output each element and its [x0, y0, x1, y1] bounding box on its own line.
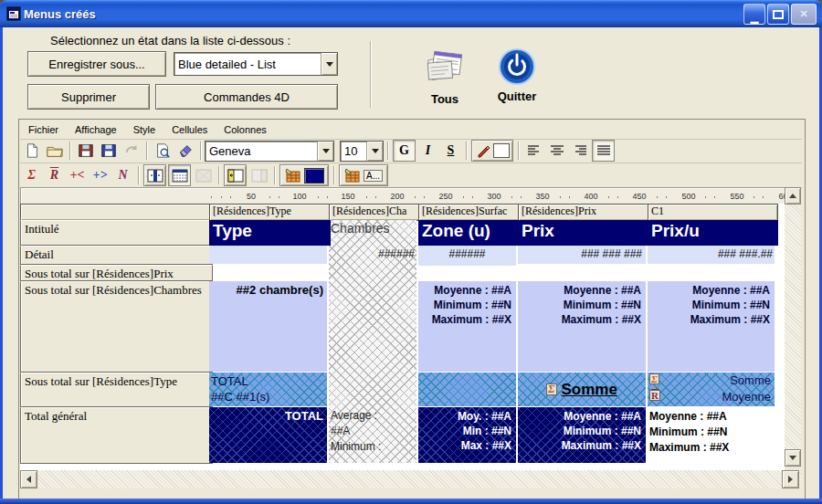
cell-intitule-chambres[interactable]: Chambres [331, 221, 415, 237]
bold-button[interactable]: G [393, 140, 416, 162]
cell-subchambres-type[interactable]: ##2 chambre(s) [209, 281, 327, 372]
cell-total-prix[interactable]: Moyenne : ##AMinimum : ##NMaximum : ##X [518, 407, 646, 463]
cell-detail-prix[interactable]: ### ### ### [518, 246, 646, 264]
close-button: ✕ [791, 4, 817, 25]
vertical-scrollbar[interactable] [785, 187, 801, 467]
scroll-down-button[interactable] [785, 449, 801, 467]
current-fill-swatch [304, 168, 324, 184]
column-header-c1[interactable]: C1 [648, 204, 778, 221]
titlebar[interactable]: Menus créés ▁ ✕ [0, 0, 822, 27]
new-document-icon[interactable] [21, 141, 42, 161]
cell-intitule-zone[interactable]: Zone (u) [418, 220, 520, 246]
row-label-intitule[interactable]: Intitulé [20, 220, 213, 246]
menu-style[interactable]: Style [125, 124, 163, 135]
window-border-left [0, 27, 3, 504]
horizontal-scrollbar[interactable] [20, 470, 801, 488]
cell-detail-zone[interactable]: ###### [418, 246, 516, 266]
tous-control[interactable]: Tous [416, 44, 474, 106]
align-justify-icon[interactable] [592, 140, 615, 162]
font-color-button[interactable]: A... [339, 164, 388, 186]
menu-fichier[interactable]: Fichier [20, 124, 67, 135]
repeat-marker-icon: R [649, 390, 660, 401]
split-columns-icon[interactable] [143, 164, 166, 186]
row-label-soustotal-prix[interactable]: Sous total sur [Résidences]Prix [20, 265, 213, 281]
maximize-button[interactable] [767, 4, 789, 25]
repeat-value-icon[interactable]: R [44, 165, 65, 185]
merge-left-icon[interactable]: +< [67, 165, 88, 185]
ruler-mark: 250 [433, 192, 458, 201]
scroll-right-button[interactable] [782, 470, 799, 488]
minimize-button[interactable]: ▁ [743, 4, 765, 25]
save-as-button[interactable]: Enregistrer sous... [27, 51, 166, 77]
align-right-icon[interactable] [569, 141, 590, 161]
cell-subtype-prixu[interactable]: Σ R Somme Moyenne [648, 373, 775, 406]
delete-button[interactable]: Supprimer [27, 84, 150, 110]
ruler-mark: 200 [385, 192, 410, 201]
scroll-left-button[interactable] [20, 470, 37, 488]
row-label-total-general[interactable]: Total général [20, 407, 213, 464]
ruler-mark: 150 [335, 192, 361, 201]
newspaper-stack-icon[interactable] [421, 75, 469, 90]
somme-label: Somme [562, 381, 617, 399]
sum-marker-icon: Σ [546, 383, 556, 395]
merge-right-icon[interactable]: +> [90, 165, 111, 185]
cell-intitule-prixu[interactable]: Prix/u [648, 220, 778, 246]
menu-cellules[interactable]: Cellules [163, 124, 216, 135]
commands-4d-button[interactable]: Commandes 4D [155, 84, 338, 110]
row-label-soustotal-type[interactable]: Sous total sur [Résidences]Type [20, 373, 213, 407]
sum-icon[interactable]: Σ [21, 165, 42, 185]
quitter-control[interactable]: Quitter [487, 47, 547, 106]
app-window: Menus créés ▁ ✕ Sélectionnez un état dan… [0, 0, 822, 504]
cell-intitule-prix[interactable]: Prix [518, 220, 649, 246]
cell-detail-chambres[interactable]: ###### [331, 247, 415, 261]
open-folder-icon[interactable] [44, 141, 65, 161]
row-label-detail[interactable]: Détail [20, 246, 213, 265]
color-swatch-white [493, 143, 510, 158]
cell-intitule-type[interactable]: Type [209, 220, 331, 246]
font-select-arrow[interactable] [317, 142, 333, 161]
freeze-left-column-icon[interactable] [224, 164, 247, 186]
save-icon[interactable] [75, 141, 96, 161]
print-preview-icon[interactable] [152, 141, 173, 161]
report-select[interactable]: Blue detailed - List [174, 52, 338, 76]
save-all-icon[interactable] [98, 141, 119, 161]
report-select-value: Blue detailed - List [174, 58, 321, 71]
fill-color-button[interactable] [279, 164, 329, 186]
cell-total-chambres[interactable]: Average :##AMinimum : [331, 408, 415, 461]
cell-detail-prixu[interactable]: ### ###.## [648, 246, 775, 264]
size-select[interactable]: 10 [340, 141, 384, 162]
power-button-icon[interactable] [498, 73, 536, 89]
eraser-icon[interactable] [174, 141, 195, 161]
corner-header[interactable] [20, 204, 211, 221]
cell-subtype-prix[interactable]: Σ Somme [518, 373, 646, 406]
scroll-up-button[interactable] [785, 187, 801, 205]
cell-subtype-zone[interactable] [418, 373, 516, 406]
font-select[interactable]: Geneva [205, 141, 334, 162]
cell-subchambres-prix[interactable]: Moyenne : ##AMinimum : ##NMaximum : ##X [518, 281, 646, 372]
toolbar-row1: Geneva 10 G I S [20, 139, 802, 163]
report-select-arrow[interactable] [321, 53, 337, 75]
border-color-button[interactable] [471, 140, 513, 162]
cell-subchambres-zone[interactable]: Moyenne : ##AMinimum : ##NMaximum : ##X [418, 281, 516, 372]
column-header-chambres[interactable]: [Résidences]Cha [329, 204, 420, 221]
cell-subchambres-prixu[interactable]: Moyenne : ##AMinimum : ##NMaximum : ##X [648, 281, 775, 372]
cell-total-type[interactable]: TOTAL [209, 407, 327, 463]
menu-affichage[interactable]: Affichage [67, 124, 125, 135]
align-center-icon[interactable] [546, 141, 567, 161]
align-left-icon[interactable] [523, 141, 544, 161]
cell-total-zone[interactable]: Moy. : ##AMin : ##NMax : ##X [418, 407, 516, 463]
underline-button[interactable]: S [440, 141, 461, 161]
show-rows-icon[interactable] [168, 164, 191, 186]
column-header-prix[interactable]: [Résidences]Prix [518, 204, 649, 221]
size-select-arrow[interactable] [366, 142, 383, 161]
ruler-mark: 50 [238, 192, 264, 201]
row-label-soustotal-chambres[interactable]: Sous total sur [Résidences]Chambres [20, 281, 213, 373]
column-header-type[interactable]: [Résidences]Type [209, 204, 331, 221]
cell-detail-type[interactable] [209, 246, 327, 264]
column-header-surface[interactable]: [Résidences]Surfac [418, 204, 520, 221]
menu-colonnes[interactable]: Colonnes [216, 124, 274, 135]
italic-button[interactable]: I [417, 141, 438, 161]
cell-subtype-type[interactable]: TOTAL##C ##1(s) [209, 373, 327, 406]
numeric-format-icon[interactable]: N [112, 165, 133, 185]
cell-total-prixu[interactable]: Moyenne : ##AMinimum : ##NMaximum : ##X [648, 407, 775, 463]
